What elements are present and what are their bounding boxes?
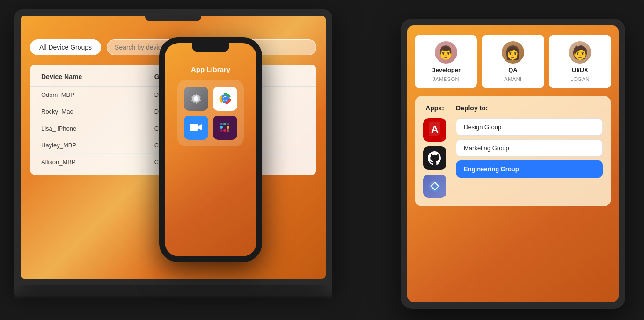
- device-name: Hayley_MBP: [41, 142, 154, 149]
- iphone-content: App Library: [165, 57, 256, 256]
- user-card-uiux: 🧑 UI/UX LOGAN: [549, 35, 611, 88]
- user-card-developer: 👨 Developer JAMESON: [415, 35, 477, 88]
- settings-app-icon[interactable]: [184, 87, 208, 111]
- avatar-jameson: 👨: [435, 41, 457, 64]
- iphone-screen: App Library: [165, 43, 256, 256]
- apps-column: Apps: A: [423, 104, 446, 198]
- github-app-icon: [423, 146, 446, 170]
- macbook-notch: [145, 16, 201, 21]
- ipad: 👨 Developer JAMESON 👩 QA AMANI: [401, 19, 625, 309]
- svg-rect-13: [227, 129, 229, 132]
- apps-label: Apps:: [425, 104, 444, 112]
- user-role-uiux: UI/UX: [572, 66, 588, 73]
- user-name-amani: AMANI: [504, 76, 521, 82]
- ipad-body: 👨 Developer JAMESON 👩 QA AMANI: [401, 19, 625, 309]
- app-grid: [177, 80, 244, 146]
- iphone-notch: [192, 43, 229, 52]
- marketing-group-button[interactable]: Marketing Group: [456, 139, 603, 157]
- all-device-groups-button[interactable]: All Device Groups: [30, 39, 101, 55]
- user-name-logan: LOGAN: [571, 76, 590, 82]
- user-cards-row: 👨 Developer JAMESON 👩 QA AMANI: [415, 35, 611, 88]
- svg-rect-10: [223, 123, 226, 125]
- iphone: App Library: [159, 37, 262, 262]
- slack-app-icon[interactable]: [213, 116, 237, 140]
- avatar-amani: 👩: [502, 41, 524, 64]
- user-name-jameson: JAMESON: [432, 76, 459, 82]
- svg-rect-8: [220, 126, 223, 129]
- deploy-column: Deploy to: Design Group Marketing Group …: [456, 104, 603, 198]
- ipad-content: 👨 Developer JAMESON 👩 QA AMANI: [415, 35, 611, 295]
- svg-rect-7: [190, 124, 198, 131]
- device-name: Allison_MBP: [41, 159, 154, 166]
- macbook-base: [14, 285, 332, 296]
- svg-rect-14: [223, 129, 226, 132]
- linear-app-icon: [423, 175, 446, 198]
- engineering-group-button[interactable]: Engineering Group: [456, 160, 603, 178]
- deploy-panel: Apps: A: [415, 96, 611, 206]
- svg-rect-11: [227, 123, 229, 125]
- user-role-developer: Developer: [431, 66, 461, 73]
- design-group-button[interactable]: Design Group: [456, 118, 603, 136]
- user-role-qa: QA: [508, 66, 518, 73]
- user-card-qa: 👩 QA AMANI: [482, 35, 544, 88]
- app-library-title: App Library: [191, 65, 230, 73]
- col-device-name: Device Name: [41, 73, 154, 80]
- acrobat-app-icon: A: [423, 118, 446, 142]
- zoom-app-icon[interactable]: [184, 116, 208, 140]
- iphone-body: App Library: [159, 37, 262, 262]
- avatar-logan: 🧑: [569, 41, 591, 64]
- device-name: Rocky_Mac: [41, 108, 154, 115]
- svg-text:A: A: [431, 124, 439, 135]
- scene: All Device Groups Device Name Group M Od…: [0, 0, 644, 320]
- deploy-to-label: Deploy to:: [456, 104, 603, 112]
- device-name: Lisa_ iPhone: [41, 125, 154, 132]
- svg-rect-9: [220, 123, 223, 125]
- svg-rect-15: [220, 129, 223, 132]
- svg-rect-12: [227, 126, 229, 129]
- chrome-app-icon[interactable]: [213, 87, 237, 111]
- macbook-foot: [14, 296, 332, 299]
- device-name: Odom_MBP: [41, 91, 154, 98]
- svg-point-6: [223, 97, 227, 101]
- ipad-screen: 👨 Developer JAMESON 👩 QA AMANI: [407, 25, 619, 302]
